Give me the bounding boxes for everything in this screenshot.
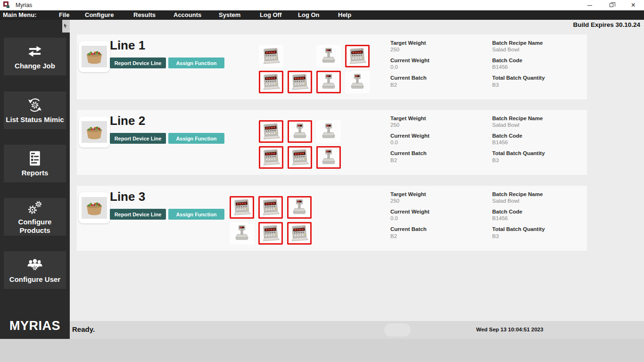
sync-gear-icon	[26, 97, 44, 113]
restore-button[interactable]	[601, 0, 622, 10]
report-device-line-button[interactable]: Report Device Line	[110, 209, 166, 220]
assign-function-button[interactable]: Assign Function	[168, 133, 224, 144]
field: Batch Recipe NameSalad Bowl	[492, 115, 591, 129]
line-title: Line 2	[110, 114, 145, 128]
device-scale[interactable]	[316, 120, 341, 143]
sidebar-item-list-status-mimic[interactable]: List Status Mimic	[4, 91, 66, 129]
report-device-line-button[interactable]: Report Device Line	[110, 58, 166, 68]
close-button[interactable]: ×	[622, 0, 644, 10]
device-grid	[259, 120, 341, 172]
device-indicator[interactable]	[259, 146, 283, 169]
sidebar-item-change-job[interactable]: Change Job	[4, 38, 66, 75]
line-actions: Report Device Line Assign Function	[110, 58, 224, 68]
device-indicator[interactable]	[288, 71, 312, 93]
close-icon: ×	[631, 1, 635, 9]
salad-bowl-image	[82, 197, 107, 219]
scale-icon	[232, 223, 252, 243]
assign-function-button[interactable]: Assign Function	[168, 209, 224, 220]
menu-item-accounts[interactable]: Accounts	[173, 11, 201, 18]
window-title: Myrias	[16, 2, 32, 8]
minimize-button[interactable]	[579, 0, 601, 10]
line-panel: Line 2 Report Device Line Assign Functio…	[77, 110, 587, 175]
menu-item-file[interactable]: File	[59, 11, 69, 18]
sidebar-scrollbar[interactable]	[62, 20, 70, 33]
salad-bowl-image	[82, 121, 107, 143]
line-title: Line 1	[110, 38, 145, 53]
line-actions: Report Device Line Assign Function	[110, 209, 224, 220]
field: Target Weight250	[390, 115, 489, 129]
line-fields-right: Batch Recipe NameSalad Bowl Batch CodeB1…	[492, 115, 591, 168]
field: Batch CodeB1456	[492, 58, 591, 71]
line-actions: Report Device Line Assign Function	[110, 133, 224, 144]
scale-icon	[347, 72, 367, 92]
line-panel: Line 1 Report Device Line Assign Functio…	[77, 34, 587, 99]
product-image-card	[79, 192, 110, 223]
scale-icon	[290, 122, 310, 141]
device-indicator[interactable]	[230, 196, 254, 219]
sidebar-item-label: Configure User	[8, 275, 62, 283]
field: Total Batch QuantityB3	[492, 75, 591, 88]
device-indicator[interactable]	[287, 222, 312, 245]
field: Current Weight0.0	[390, 58, 489, 71]
status-message: Ready.	[72, 325, 95, 333]
myrias-logo: MYRIAS	[0, 319, 70, 333]
line-fields-right: Batch Recipe NameSalad Bowl Batch CodeB1…	[492, 40, 591, 92]
device-indicator[interactable]	[258, 222, 283, 245]
menu-item-system[interactable]: System	[219, 11, 240, 18]
indicator-icon	[290, 148, 310, 167]
sidebar-item-label: List Status Mimic	[4, 115, 66, 123]
field: Target Weight250	[390, 191, 489, 205]
bottom-strip	[0, 339, 644, 362]
report-device-line-button[interactable]: Report Device Line	[110, 133, 166, 144]
product-image-card	[79, 41, 110, 72]
device-scale[interactable]	[288, 120, 312, 143]
scale-icon	[289, 197, 309, 217]
field: Current BatchB2	[390, 75, 489, 88]
scale-icon	[319, 148, 339, 167]
device-indicator[interactable]	[259, 71, 283, 93]
device-indicator[interactable]	[259, 45, 283, 67]
device-indicator[interactable]	[259, 120, 283, 143]
sidebar-item-label: Change Job	[13, 62, 57, 70]
salad-bowl-image	[82, 46, 107, 67]
device-scale[interactable]	[316, 45, 341, 67]
device-scale[interactable]	[316, 146, 341, 169]
device-scale[interactable]	[345, 71, 370, 93]
status-pill	[384, 323, 411, 337]
sidebar: Change Job List Status Mimic R	[0, 20, 70, 339]
scale-icon	[319, 46, 339, 66]
menu-item-results[interactable]: Results	[133, 11, 156, 18]
titlebar: Myrias ×	[0, 0, 644, 10]
menu-item-help[interactable]: Help	[338, 11, 351, 18]
build-expiry-notice: Build Expires 30.10.24	[573, 21, 640, 28]
field: Total Batch QuantityB3	[492, 150, 591, 164]
menu-item-log-on[interactable]: Log On	[298, 11, 320, 18]
sidebar-item-configure-products[interactable]: Configure Products	[4, 198, 66, 236]
assign-function-button[interactable]: Assign Function	[168, 58, 224, 68]
sidebar-item-reports[interactable]: Reports	[4, 145, 66, 182]
field: Current BatchB2	[390, 150, 489, 164]
app-window: Myrias × Main Menu: File Configure Resul…	[0, 0, 644, 362]
menu-item-log-off[interactable]: Log Off	[260, 11, 281, 18]
line-fields-right: Batch Recipe NameSalad Bowl Batch CodeB1…	[492, 191, 591, 244]
main-menu-label: Main Menu:	[3, 11, 37, 18]
field: Batch Recipe NameSalad Bowl	[492, 191, 591, 205]
swap-arrows-icon	[26, 43, 44, 59]
window-controls: ×	[579, 0, 644, 10]
restore-icon	[610, 3, 613, 7]
device-scale[interactable]	[316, 71, 341, 93]
device-indicator[interactable]	[258, 196, 283, 219]
device-indicator[interactable]	[288, 146, 312, 169]
menu-item-configure[interactable]: Configure	[85, 11, 114, 18]
indicator-icon	[232, 197, 252, 217]
indicator-icon	[289, 223, 309, 243]
sidebar-item-label: Reports	[20, 169, 50, 177]
indicator-icon	[261, 122, 281, 141]
device-scale[interactable]	[287, 196, 312, 219]
device-scale[interactable]	[230, 222, 254, 245]
menu-bar: Main Menu: File Configure Results Accoun…	[0, 10, 644, 20]
device-slot-empty	[288, 45, 312, 67]
minimize-icon	[587, 5, 592, 6]
device-indicator[interactable]	[345, 45, 370, 67]
sidebar-item-configure-user[interactable]: Configure User	[4, 251, 66, 289]
